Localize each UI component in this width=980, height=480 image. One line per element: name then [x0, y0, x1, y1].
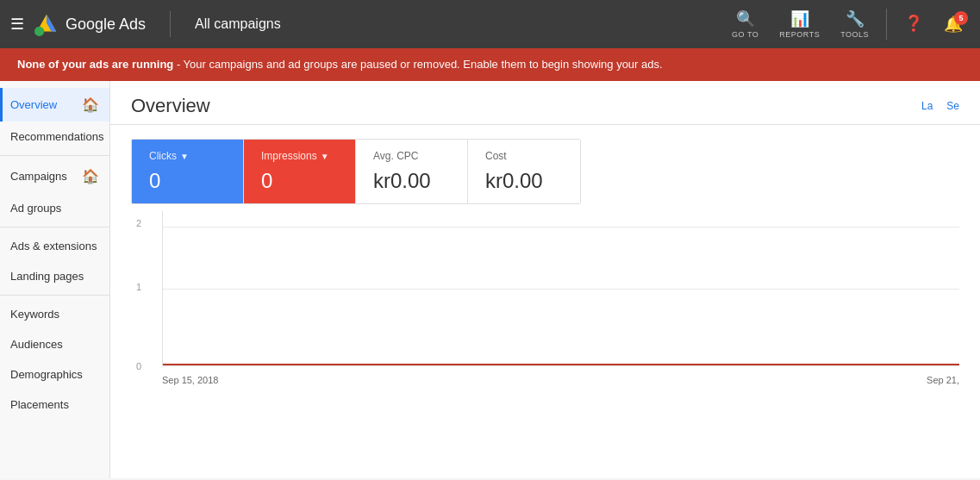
tools-button[interactable]: 🔧 TOOLS: [833, 6, 876, 42]
sidebar-divider-1: [0, 155, 109, 156]
clicks-label: Clicks ▼: [149, 150, 226, 162]
sidebar-item-audiences[interactable]: Audiences: [0, 329, 109, 359]
tools-label: TOOLS: [840, 30, 869, 39]
sidebar-item-label: Landing pages: [10, 270, 99, 283]
hamburger-menu-icon[interactable]: ☰: [10, 15, 24, 34]
app-name: Google Ads: [66, 16, 146, 34]
sidebar-divider-2: [0, 227, 109, 228]
sidebar-item-label: Audiences: [10, 338, 99, 351]
notification-button[interactable]: 🔔 5: [937, 11, 970, 37]
clicks-dropdown-icon[interactable]: ▼: [180, 152, 189, 161]
notification-badge: 5: [954, 11, 968, 25]
svg-point-2: [34, 27, 44, 36]
sidebar-item-label: Overview: [10, 98, 78, 111]
header-divider: [170, 11, 171, 37]
sidebar-item-recommendations[interactable]: Recommendations: [0, 122, 109, 152]
sidebar-item-ads-extensions[interactable]: Ads & extensions: [0, 231, 109, 261]
stats-cards: Clicks ▼ 0 Impressions ▼ 0 Avg. CPC kr0.…: [131, 139, 581, 204]
cost-label: Cost: [485, 150, 563, 162]
sidebar-item-demographics[interactable]: Demographics: [0, 359, 109, 390]
chart-y-label-0: 0: [136, 361, 141, 371]
chart-date-start: Sep 15, 2018: [162, 375, 218, 385]
chart-y-label-2: 2: [136, 218, 141, 228]
page-header: Overview La Se: [110, 81, 980, 125]
alert-message: - Your campaigns and ad groups are pause…: [173, 58, 662, 71]
help-icon: ❓: [904, 14, 923, 33]
goto-button[interactable]: 🔍 GO TO: [725, 6, 765, 42]
chart-date-end: Sep 21,: [927, 375, 959, 385]
sidebar-item-ad-groups[interactable]: Ad groups: [0, 193, 109, 223]
clicks-card[interactable]: Clicks ▼ 0: [132, 140, 244, 203]
search-icon: 🔍: [736, 9, 755, 28]
campaigns-icon: 🏠: [82, 168, 99, 184]
google-ads-logo: Google Ads: [34, 12, 146, 36]
sidebar-item-keywords[interactable]: Keywords: [0, 299, 109, 329]
sidebar-item-landing-pages[interactable]: Landing pages: [0, 261, 109, 291]
reports-label: REPORTS: [779, 30, 820, 39]
sidebar-item-label: Keywords: [10, 308, 99, 321]
sidebar-item-label: Ad groups: [10, 202, 99, 215]
cost-value: kr0.00: [485, 169, 563, 193]
header-left: ☰ Google Ads All campaigns: [10, 11, 725, 37]
impressions-dropdown-icon[interactable]: ▼: [321, 152, 329, 161]
avg-cpc-label: Avg. CPC: [373, 150, 450, 162]
header-right-label1: La: [921, 100, 933, 112]
home-icon: 🏠: [82, 97, 99, 113]
goto-label: GO TO: [732, 30, 758, 39]
reports-icon: 📊: [790, 9, 809, 28]
page-header-right: La Se: [921, 100, 959, 112]
app-header: ☰ Google Ads All campaigns 🔍 GO TO 📊 REP…: [0, 0, 980, 48]
chart-container: [162, 211, 959, 366]
header-right-label2: Se: [946, 100, 959, 112]
sidebar-item-overview[interactable]: Overview 🏠: [0, 88, 109, 122]
sidebar-item-campaigns[interactable]: Campaigns 🏠: [0, 159, 109, 193]
clicks-value: 0: [149, 169, 226, 193]
impressions-label: Impressions ▼: [261, 150, 338, 162]
sidebar-item-label: Placements: [10, 398, 99, 411]
page-title: Overview: [131, 95, 210, 117]
chart-baseline: [163, 364, 959, 365]
content-area: Overview La Se Clicks ▼ 0 Impressions: [110, 81, 980, 478]
impressions-value: 0: [261, 169, 338, 193]
header-right-divider: [886, 9, 887, 40]
campaign-context: All campaigns: [195, 16, 281, 32]
sidebar: Overview 🏠 Recommendations Campaigns 🏠 A…: [0, 81, 110, 478]
sidebar-item-label: Demographics: [10, 368, 99, 381]
sidebar-item-label: Recommendations: [10, 130, 103, 143]
avg-cpc-value: kr0.00: [373, 169, 450, 193]
main-layout: Overview 🏠 Recommendations Campaigns 🏠 A…: [0, 81, 980, 478]
active-indicator: [0, 88, 3, 122]
stats-section: Clicks ▼ 0 Impressions ▼ 0 Avg. CPC kr0.…: [110, 125, 980, 204]
sidebar-item-label: Campaigns: [10, 170, 78, 183]
google-ads-logo-icon: [34, 12, 59, 36]
help-button[interactable]: ❓: [897, 10, 930, 38]
reports-button[interactable]: 📊 REPORTS: [772, 6, 827, 42]
alert-bold-text: None of your ads are running: [17, 58, 173, 71]
chart-area: 2 1 0 Sep 15, 2018 Sep 21,: [110, 204, 980, 394]
chart-grid-line-1: [163, 289, 959, 290]
chart-grid-line-2: [163, 227, 959, 228]
chart-y-label-1: 1: [136, 282, 141, 292]
header-right: 🔍 GO TO 📊 REPORTS 🔧 TOOLS ❓ 🔔 5: [725, 6, 970, 42]
sidebar-divider-3: [0, 295, 109, 296]
impressions-card[interactable]: Impressions ▼ 0: [244, 140, 356, 203]
sidebar-item-label: Ads & extensions: [10, 240, 99, 252]
alert-banner: None of your ads are running - Your camp…: [0, 48, 980, 81]
avg-cpc-card: Avg. CPC kr0.00: [356, 140, 468, 203]
sidebar-item-placements[interactable]: Placements: [0, 390, 109, 420]
cost-card: Cost kr0.00: [468, 140, 580, 203]
tools-icon: 🔧: [846, 9, 865, 28]
